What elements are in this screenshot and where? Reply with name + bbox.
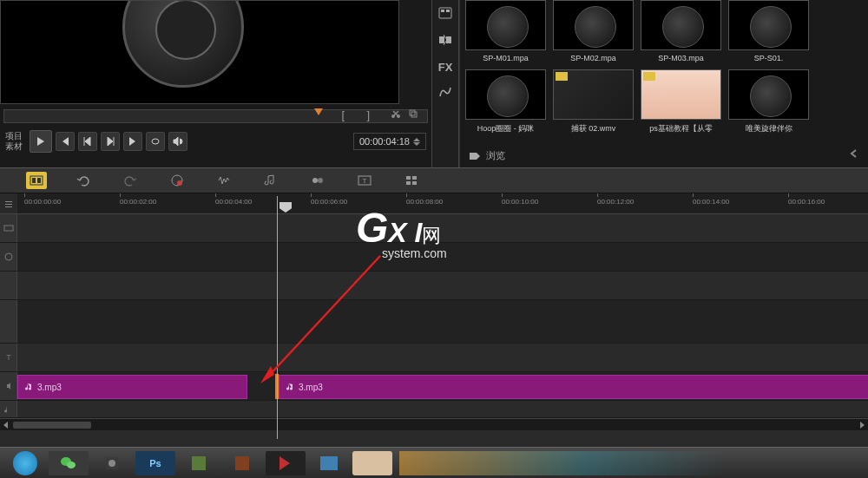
library-item[interactable]: SP-M03.mpa [641, 0, 721, 62]
taskbar-app-1[interactable] [92, 451, 132, 475]
cut-icon[interactable] [391, 108, 401, 119]
voice-track[interactable]: 3.mp3 3.mp3 [0, 372, 868, 401]
ruler-menu-icon[interactable] [0, 193, 17, 213]
title-track-icon[interactable]: T [0, 344, 17, 371]
mark-brackets[interactable]: [ ] [342, 108, 375, 121]
volume-button[interactable] [168, 132, 187, 151]
library-panel: SP-M01.mpaSP-M02.mpaSP-M03.mpaSP-S01.Hoo… [459, 0, 868, 167]
video-track-icon[interactable] [0, 214, 17, 242]
library-item[interactable]: 捕获 02.wmv [553, 69, 634, 134]
go-end-button[interactable] [123, 132, 142, 151]
svg-text:T: T [363, 177, 367, 185]
library-thumb [641, 69, 721, 120]
svg-point-33 [108, 460, 115, 467]
library-item[interactable]: Hoop圈圈 - 妈咪 [465, 69, 546, 134]
tool-sidebar: FX [431, 0, 459, 167]
overlay-track-icon[interactable] [0, 243, 17, 271]
scroll-right-icon[interactable] [860, 422, 865, 429]
ruler-tick: 00:00:10:00 [502, 198, 538, 206]
library-thumb [641, 0, 721, 50]
storyboard-mode-button[interactable] [26, 172, 47, 189]
audio-clip-1[interactable]: 3.mp3 [17, 375, 247, 399]
library-label: SP-M01.mpa [465, 54, 546, 62]
svg-rect-5 [441, 10, 444, 12]
play-button[interactable] [30, 130, 52, 153]
svg-point-15 [318, 178, 323, 183]
ruler-tick: 00:00:02:00 [120, 198, 156, 206]
copy-icon[interactable] [408, 108, 418, 119]
scroll-left-icon[interactable] [3, 422, 8, 429]
svg-rect-35 [235, 456, 249, 470]
library-label: SP-M02.mpa [553, 54, 634, 62]
path-tool-icon[interactable] [438, 86, 452, 101]
library-item[interactable]: SP-M01.mpa [465, 0, 546, 62]
loop-button[interactable] [146, 132, 165, 151]
lib-scroll-left-icon[interactable] [849, 147, 859, 162]
taskbar-app-3[interactable] [222, 451, 262, 475]
browse-label: 浏览 [486, 149, 505, 162]
library-item[interactable]: SP-M02.mpa [553, 0, 634, 62]
browse-button[interactable]: 浏览 [469, 149, 505, 162]
library-label: SP-S01. [728, 54, 809, 62]
ruler-tick: 00:00:08:00 [406, 198, 443, 206]
scroll-thumb[interactable] [13, 422, 91, 429]
project-label[interactable]: 项目 [5, 131, 23, 141]
music-note-icon [25, 383, 34, 391]
ruler-tick: 00:00:16:00 [788, 198, 825, 206]
taskbar-photoshop[interactable]: Ps [135, 451, 175, 475]
music-track-icon[interactable] [0, 401, 17, 417]
library-thumb [728, 0, 809, 50]
go-start-button[interactable] [56, 132, 75, 151]
grid-button[interactable] [401, 172, 422, 189]
title-track[interactable]: T [0, 344, 868, 372]
taskbar-wechat[interactable] [49, 451, 89, 475]
title-button[interactable]: T [354, 172, 375, 189]
library-thumb [465, 69, 546, 120]
fx-tool-label[interactable]: FX [438, 61, 453, 74]
audio-mixer-button[interactable] [214, 172, 234, 189]
taskbar-gradient [399, 451, 863, 475]
media-tool-icon[interactable] [438, 7, 452, 22]
track-motion-button[interactable] [307, 172, 328, 189]
library-thumb [728, 69, 809, 120]
preview-scrubber[interactable]: [ ] [3, 109, 428, 123]
taskbar-ie[interactable] [5, 451, 45, 475]
playhead-marker-icon[interactable] [279, 202, 292, 213]
scrub-handle-icon[interactable] [314, 108, 323, 115]
library-thumb [553, 0, 634, 50]
svg-rect-24 [5, 206, 12, 207]
taskbar-app-2[interactable] [179, 451, 219, 475]
library-item[interactable]: SP-S01. [728, 0, 809, 62]
taskbar-avatar[interactable] [352, 451, 392, 475]
svg-point-13 [177, 180, 182, 186]
timeline-ruler[interactable]: 00:00:00:0000:00:02:0000:00:04:0000:00:0… [0, 193, 868, 214]
library-label: 唯美旋律伴你 [728, 123, 809, 134]
library-item[interactable]: ps基础教程【从零 [641, 69, 721, 134]
overlay-track-1[interactable] [0, 243, 868, 272]
timecode-display[interactable]: 00:00:04:18 [353, 133, 426, 150]
auto-music-button[interactable] [260, 172, 281, 189]
ruler-tick: 00:00:06:00 [311, 198, 347, 206]
record-button[interactable] [167, 172, 187, 189]
overlay-track-2[interactable] [0, 272, 868, 300]
transition-tool-icon[interactable] [438, 34, 452, 49]
material-label[interactable]: 素材 [5, 141, 23, 152]
next-frame-button[interactable] [101, 132, 120, 151]
audio-clip-2[interactable]: 3.mp3 [279, 375, 868, 399]
timeline-scrollbar[interactable] [0, 418, 868, 430]
redo-button[interactable] [120, 172, 141, 189]
taskbar-player[interactable] [266, 451, 306, 475]
playhead-line[interactable] [277, 196, 278, 439]
svg-rect-20 [406, 181, 411, 185]
prev-frame-button[interactable] [78, 132, 97, 151]
taskbar-app-4[interactable] [309, 451, 349, 475]
video-track[interactable] [0, 214, 868, 243]
music-note-icon [286, 383, 295, 391]
library-thumb [465, 0, 546, 50]
undo-button[interactable] [73, 172, 94, 189]
tc-up-icon[interactable] [413, 138, 420, 141]
library-item[interactable]: 唯美旋律伴你 [728, 69, 809, 134]
music-track[interactable] [0, 401, 868, 418]
tc-down-icon[interactable] [413, 142, 420, 146]
voice-track-icon[interactable] [0, 372, 17, 400]
